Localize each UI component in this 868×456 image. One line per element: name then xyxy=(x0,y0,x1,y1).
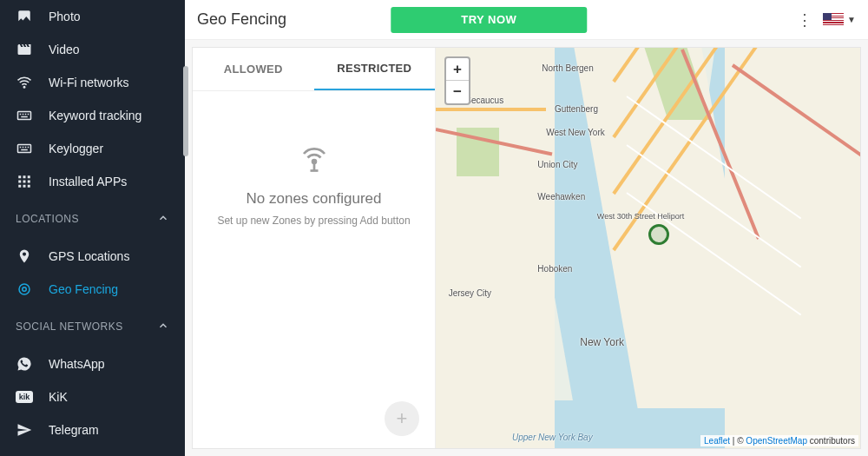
video-icon xyxy=(16,41,33,58)
svg-rect-21 xyxy=(28,185,30,188)
keyboard-icon xyxy=(16,107,33,124)
zones-panel: ALLOWED RESTRICTED No zones configured S… xyxy=(193,48,436,448)
map[interactable]: North Bergen Guttenberg West New York Se… xyxy=(436,48,860,448)
svg-point-24 xyxy=(312,160,316,163)
sidebar-item-label: Photo xyxy=(49,10,81,23)
try-now-button[interactable]: TRY NOW xyxy=(391,7,587,33)
empty-title: No zones configured xyxy=(247,190,382,208)
content-panel: ALLOWED RESTRICTED No zones configured S… xyxy=(192,47,861,449)
sidebar-item-label: Keylogger xyxy=(49,142,103,155)
plus-icon: + xyxy=(397,407,408,430)
section-title: SOCIAL NETWORKS xyxy=(16,321,123,333)
topbar: Geo Fencing TRY NOW ⋮ ▼ xyxy=(185,0,868,40)
svg-rect-12 xyxy=(21,149,28,151)
svg-point-0 xyxy=(23,87,25,89)
svg-rect-8 xyxy=(20,147,22,149)
map-label: Secaucus xyxy=(465,96,503,105)
sidebar-item-label: Telegram xyxy=(49,423,99,437)
section-title: LOCATIONS xyxy=(16,213,79,225)
svg-rect-2 xyxy=(20,114,22,116)
language-selector[interactable]: ▼ xyxy=(823,13,856,27)
page-title: Geo Fencing xyxy=(197,10,286,29)
sidebar-item-wifi[interactable]: Wi-Fi networks xyxy=(0,66,185,99)
empty-state: No zones configured Set up new Zones by … xyxy=(193,91,435,448)
svg-rect-15 xyxy=(28,175,30,178)
map-attribution: Leaflet | © OpenStreetMap contributors xyxy=(700,435,858,446)
sidebar-item-installed-apps[interactable]: Installed APPs xyxy=(0,165,185,198)
svg-point-23 xyxy=(23,287,27,292)
chevron-up-icon xyxy=(157,212,169,227)
sidebar-item-keyword-tracking[interactable]: Keyword tracking xyxy=(0,99,185,132)
map-label: Union City xyxy=(537,160,577,169)
location-pin-icon xyxy=(16,248,33,265)
svg-rect-5 xyxy=(28,114,30,116)
tab-restricted[interactable]: RESTRICTED xyxy=(314,48,436,90)
svg-rect-6 xyxy=(21,116,28,118)
svg-rect-4 xyxy=(25,114,27,116)
tab-allowed[interactable]: ALLOWED xyxy=(193,48,314,90)
svg-rect-16 xyxy=(18,181,21,183)
svg-rect-1 xyxy=(18,112,31,120)
svg-rect-19 xyxy=(18,185,21,188)
whatsapp-icon xyxy=(16,355,33,373)
apps-icon xyxy=(16,173,33,190)
geo-fence-marker[interactable] xyxy=(648,224,669,245)
sidebar-item-kik[interactable]: kik KiK xyxy=(0,380,185,413)
sidebar-item-label: Wi-Fi networks xyxy=(49,76,129,89)
map-label: New York xyxy=(580,336,624,348)
svg-rect-17 xyxy=(23,181,26,183)
sidebar-item-label: KiK xyxy=(49,390,68,404)
more-menu-icon[interactable]: ⋮ xyxy=(797,10,812,30)
target-icon xyxy=(16,281,33,298)
leaflet-link[interactable]: Leaflet xyxy=(704,436,730,446)
us-flag-icon xyxy=(823,13,844,27)
sidebar-item-label: GPS Locations xyxy=(49,249,129,263)
section-header-locations[interactable]: LOCATIONS xyxy=(0,198,185,240)
sidebar-item-keylogger[interactable]: Keylogger xyxy=(0,132,185,165)
map-label: North Bergen xyxy=(542,63,593,73)
map-label: Upper New York Bay xyxy=(512,433,593,442)
map-label: West 30th Street Heliport xyxy=(597,212,684,221)
tabs: ALLOWED RESTRICTED xyxy=(193,48,435,91)
photo-icon xyxy=(16,8,33,25)
map-label: Jersey City xyxy=(449,288,491,298)
map-label: Guttenberg xyxy=(555,104,598,114)
antenna-icon xyxy=(299,143,330,178)
section-header-social[interactable]: SOCIAL NETWORKS xyxy=(0,306,185,347)
sidebar-item-video[interactable]: Video xyxy=(0,33,185,66)
svg-rect-9 xyxy=(23,147,24,149)
sidebar-item-label: Installed APPs xyxy=(49,175,127,188)
map-label: Hoboken xyxy=(537,264,572,274)
map-label: West New York xyxy=(546,128,605,137)
main: Geo Fencing TRY NOW ⋮ ▼ ALLOWED RESTRICT… xyxy=(185,0,868,456)
zoom-in-button[interactable]: + xyxy=(446,58,469,81)
svg-rect-11 xyxy=(28,147,30,149)
svg-rect-13 xyxy=(18,175,21,178)
send-icon xyxy=(16,421,33,439)
svg-rect-3 xyxy=(23,114,24,116)
osm-link[interactable]: OpenStreetMap xyxy=(746,436,807,446)
sidebar-item-telegram[interactable]: Telegram xyxy=(0,413,185,446)
sidebar-item-label: Video xyxy=(49,43,80,56)
sidebar-item-photo[interactable]: Photo xyxy=(0,0,185,33)
zoom-control: + − xyxy=(444,56,470,105)
sidebar-item-gps-locations[interactable]: GPS Locations xyxy=(0,240,185,273)
sidebar-item-geo-fencing[interactable]: Geo Fencing xyxy=(0,273,185,306)
empty-subtitle: Set up new Zones by pressing Add button xyxy=(217,215,410,227)
svg-rect-7 xyxy=(18,145,31,153)
svg-rect-20 xyxy=(23,185,26,188)
sidebar-item-label: Keyword tracking xyxy=(49,109,141,122)
wifi-icon xyxy=(16,74,33,91)
caret-down-icon: ▼ xyxy=(847,15,856,24)
sidebar-item-label: WhatsApp xyxy=(49,357,105,371)
sidebar: Photo Video Wi-Fi networks Keyword track… xyxy=(0,0,185,456)
keyboard-icon xyxy=(16,140,33,157)
sidebar-item-label: Geo Fencing xyxy=(49,282,118,296)
sidebar-item-whatsapp[interactable]: WhatsApp xyxy=(0,347,185,380)
chevron-up-icon xyxy=(157,320,169,334)
kik-icon: kik xyxy=(16,391,33,403)
zoom-out-button[interactable]: − xyxy=(446,81,469,103)
add-zone-button[interactable]: + xyxy=(385,401,419,436)
svg-rect-10 xyxy=(25,147,27,149)
sidebar-scrollbar[interactable] xyxy=(183,66,188,156)
